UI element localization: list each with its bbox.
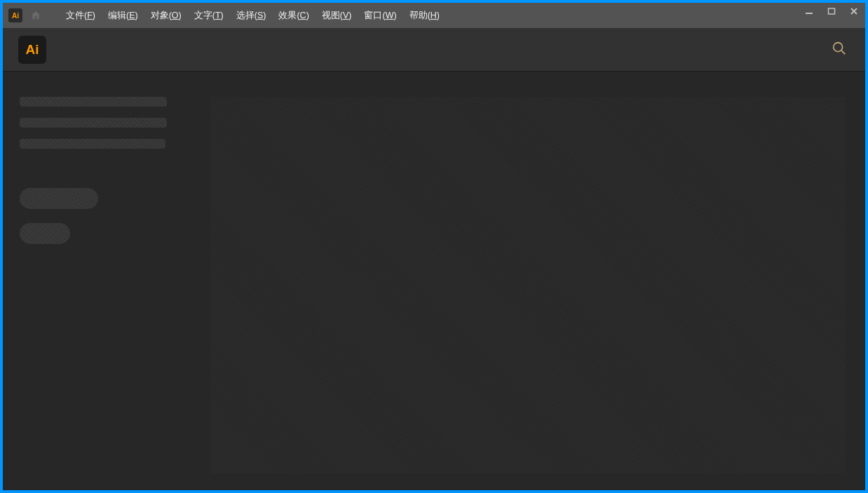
home-icon — [30, 10, 41, 21]
skeleton-pill — [20, 188, 98, 209]
maximize-icon — [827, 7, 836, 15]
menubar: Ai 文件(F) 编辑(E) 对象(O) 文字(T) 选择(S) 效果(C) 视… — [3, 3, 865, 28]
app-icon-small: Ai — [8, 8, 22, 22]
minimize-button[interactable] — [803, 6, 815, 17]
menu-object[interactable]: 对象(O) — [145, 7, 187, 25]
skeleton-pill — [20, 223, 70, 244]
menu-file[interactable]: 文件(F) — [60, 7, 101, 25]
window-controls — [803, 3, 860, 28]
minimize-icon — [805, 7, 813, 15]
app-logo[interactable]: Ai — [18, 36, 46, 64]
close-icon — [850, 7, 858, 15]
main-skeleton — [210, 97, 846, 473]
menu-type[interactable]: 文字(T) — [189, 7, 229, 25]
svg-line-3 — [841, 50, 845, 54]
menu-view[interactable]: 视图(V) — [316, 7, 358, 25]
menu-items: 文件(F) 编辑(E) 对象(O) 文字(T) 选择(S) 效果(C) 视图(V… — [60, 7, 445, 25]
skeleton-line — [20, 139, 165, 149]
svg-rect-0 — [806, 13, 813, 14]
search-icon — [832, 41, 847, 56]
close-button[interactable] — [848, 6, 860, 17]
header-bar: Ai — [3, 28, 865, 72]
skeleton-line — [20, 118, 167, 128]
svg-rect-1 — [829, 8, 835, 14]
menu-select[interactable]: 选择(S) — [231, 7, 272, 25]
app-logo-text: Ai — [26, 42, 39, 58]
app-window: Ai 文件(F) 编辑(E) 对象(O) 文字(T) 选择(S) 效果(C) 视… — [3, 3, 865, 490]
content-area — [3, 72, 865, 490]
home-button[interactable] — [28, 8, 43, 23]
menu-effect[interactable]: 效果(C) — [273, 7, 314, 25]
menu-help[interactable]: 帮助(H) — [404, 7, 445, 25]
search-button[interactable] — [832, 41, 847, 59]
menu-window[interactable]: 窗口(W) — [358, 7, 402, 25]
sidebar-skeleton — [20, 97, 196, 473]
svg-point-2 — [834, 42, 843, 51]
skeleton-line — [20, 97, 167, 107]
menu-edit[interactable]: 编辑(E) — [102, 7, 144, 25]
app-icon-text: Ai — [12, 12, 19, 20]
maximize-button[interactable] — [826, 6, 837, 17]
